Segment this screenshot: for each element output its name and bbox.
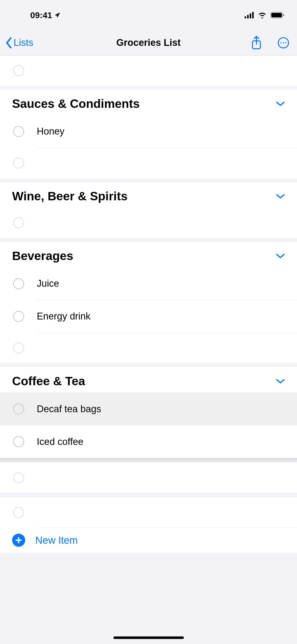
other-section: New Item	[0, 497, 297, 553]
section-beverages: Beverages Juice Energy drink	[0, 242, 297, 363]
svg-rect-0	[245, 16, 246, 18]
checkbox-icon[interactable]	[13, 126, 24, 137]
checkbox-icon[interactable]	[13, 278, 24, 289]
chevron-down-icon	[276, 193, 285, 199]
section-header[interactable]: Wine, Beer & Spirits	[0, 182, 297, 208]
share-icon[interactable]	[251, 36, 262, 50]
placeholder-checkbox-icon	[13, 507, 24, 518]
svg-rect-1	[247, 15, 249, 18]
checkbox-icon[interactable]	[13, 403, 24, 414]
status-time-text: 09:41	[30, 10, 52, 20]
svg-rect-2	[250, 13, 251, 18]
nav-actions	[251, 36, 289, 50]
page-title: Groceries List	[116, 37, 181, 48]
item-text: Iced coffee	[37, 436, 297, 447]
section-coffee-tea: Coffee & Tea Decaf tea bags Iced coffee	[0, 367, 297, 458]
list-item[interactable]: Juice	[0, 267, 297, 300]
item-text: Decaf tea bags	[37, 404, 297, 414]
placeholder-checkbox-icon	[13, 472, 24, 483]
new-item-button[interactable]: New Item	[0, 528, 297, 553]
placeholder-checkbox-icon	[13, 342, 24, 353]
section-title: Beverages	[12, 249, 73, 263]
list-item[interactable]: Iced coffee	[0, 425, 297, 458]
new-item-placeholder[interactable]	[0, 148, 297, 178]
home-indicator[interactable]	[113, 636, 184, 639]
placeholder-section	[0, 463, 297, 493]
chevron-down-icon	[276, 378, 285, 384]
back-label: Lists	[14, 37, 33, 48]
partial-top-section	[0, 55, 297, 86]
section-wine-beer-spirits: Wine, Beer & Spirits	[0, 182, 297, 238]
list-item[interactable]: Energy drink	[0, 300, 297, 333]
new-item-placeholder[interactable]	[0, 497, 297, 528]
placeholder-checkbox-icon	[13, 157, 24, 169]
navigation-bar: Lists Groceries List	[0, 30, 297, 55]
svg-rect-6	[283, 14, 284, 16]
list-content: Sauces & Condiments Honey Wine, Beer & S…	[0, 55, 297, 553]
status-bar: 09:41	[0, 0, 297, 30]
chevron-down-icon	[276, 253, 285, 259]
back-button[interactable]: Lists	[5, 37, 33, 48]
placeholder-checkbox-icon	[13, 217, 24, 228]
section-header[interactable]: Beverages	[0, 242, 297, 267]
plus-circle-icon	[12, 534, 25, 547]
new-item-placeholder[interactable]	[0, 55, 297, 86]
section-title: Coffee & Tea	[12, 374, 85, 388]
status-icons	[245, 12, 284, 18]
section-title: Sauces & Condiments	[12, 97, 140, 111]
section-title: Wine, Beer & Spirits	[12, 189, 127, 203]
item-text: Honey	[37, 126, 297, 137]
checkbox-icon[interactable]	[13, 311, 24, 322]
battery-icon	[270, 12, 284, 18]
new-item-placeholder[interactable]	[0, 463, 297, 493]
svg-point-11	[283, 42, 284, 43]
item-text: Juice	[37, 278, 297, 289]
new-item-label: New Item	[35, 535, 78, 546]
section-header[interactable]: Coffee & Tea	[0, 367, 297, 393]
list-item[interactable]: Honey	[0, 115, 297, 148]
location-arrow-icon	[54, 12, 61, 19]
svg-point-12	[285, 42, 286, 43]
placeholder-checkbox-icon	[13, 65, 24, 76]
svg-point-10	[280, 42, 282, 43]
section-header[interactable]: Sauces & Condiments	[0, 90, 297, 115]
checkbox-icon[interactable]	[13, 436, 24, 447]
list-item[interactable]: Decaf tea bags	[0, 393, 297, 425]
svg-rect-3	[252, 12, 254, 18]
new-item-placeholder[interactable]	[0, 208, 297, 238]
chevron-left-icon	[5, 37, 13, 48]
more-options-icon[interactable]	[277, 37, 289, 49]
chevron-down-icon	[276, 101, 285, 107]
svg-rect-5	[271, 13, 282, 17]
wifi-icon	[258, 12, 267, 18]
new-item-placeholder[interactable]	[0, 333, 297, 363]
cellular-signal-icon	[245, 12, 254, 18]
status-time: 09:41	[30, 10, 61, 20]
section-sauces-condiments: Sauces & Condiments Honey	[0, 90, 297, 178]
item-text: Energy drink	[37, 311, 297, 322]
